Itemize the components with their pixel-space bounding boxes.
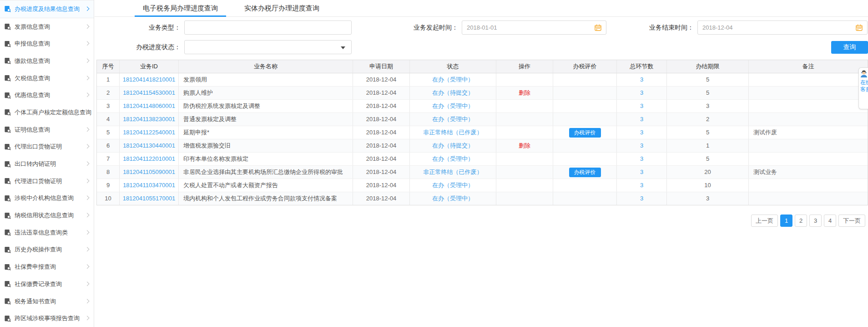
sidebar-item[interactable]: 税务通知书查询 (0, 293, 94, 310)
tab[interactable]: 电子税务局办理进度查询 (135, 0, 226, 17)
cell-action (496, 153, 553, 165)
chevron-right-icon (85, 161, 90, 166)
status-link[interactable]: 在办（受理中） (432, 195, 474, 202)
sidebar-item-label: 税务通知书查询 (15, 297, 56, 306)
nodes-link[interactable]: 3 (640, 89, 643, 96)
nodes-link[interactable]: 3 (640, 129, 643, 136)
status-link[interactable]: 非正常终结（已作废） (424, 129, 483, 136)
pagination-next[interactable]: 下一页 (838, 215, 865, 227)
business-id-link[interactable]: 1812041418210001 (123, 76, 176, 83)
progress-status-select[interactable] (184, 40, 352, 54)
status-link[interactable]: 在办（受理中） (432, 76, 474, 83)
table-row: 61812041130440001增值税发票验交旧2018-12-04在办（待提… (97, 139, 868, 153)
chevron-right-icon (85, 24, 90, 29)
table-row: 81812041105090001非居民企业选择由其主要机构场所汇总缴纳企业所得… (97, 166, 868, 179)
sidebar-item[interactable]: 出口转内销证明 (0, 155, 94, 173)
sidebar-item[interactable]: 证明信息查询 (0, 121, 94, 138)
sidebar-item[interactable]: 社保费申报查询 (0, 258, 94, 276)
status-link[interactable]: 在办（待提交） (432, 89, 474, 96)
start-time-label: 业务发起时间： (414, 24, 458, 32)
business-id-link[interactable]: 1812041154530001 (123, 89, 175, 96)
status-link[interactable]: 在办（受理中） (432, 102, 474, 109)
sidebar-item[interactable]: 历史办税操作查询 (0, 241, 94, 259)
business-id-link[interactable]: 1812041148060001 (123, 102, 175, 109)
cell-action: 删除 (496, 139, 553, 152)
sidebar-item[interactable]: 缴款信息查询 (0, 52, 94, 70)
cell-deadline: 5 (667, 126, 749, 139)
business-type-label: 业务类型： (95, 24, 181, 32)
delete-link[interactable]: 删除 (519, 142, 530, 149)
sidebar-item[interactable]: 涉税中介机构信息查询 (0, 190, 94, 207)
delete-link[interactable]: 删除 (519, 89, 530, 96)
evaluate-button[interactable]: 办税评价 (569, 168, 601, 177)
doc-search-icon (4, 212, 11, 219)
sidebar-item[interactable]: 优惠信息查询 (0, 87, 94, 104)
online-service-widget[interactable]: 在线 客服 (858, 67, 868, 109)
sidebar-item-label: 申报信息查询 (15, 40, 50, 48)
sidebar-item[interactable]: 申报信息查询 (0, 35, 94, 52)
tab-bar: 电子税务局办理进度查询实体办税厅办理进度查询 (95, 0, 868, 17)
tab[interactable]: 实体办税厅办理进度查询 (236, 0, 328, 17)
business-id-link[interactable]: 1812041122010001 (123, 155, 175, 162)
business-id-link[interactable]: 1812041122540001 (123, 129, 175, 136)
business-id-link[interactable]: 1812041103470001 (123, 182, 175, 189)
cell-evaluate (553, 113, 617, 126)
pagination-page[interactable]: 1 (780, 215, 792, 227)
cell-status: 在办（受理中） (410, 179, 496, 192)
nodes-link[interactable]: 3 (640, 195, 643, 202)
nodes-link[interactable]: 3 (640, 116, 643, 123)
nodes-link[interactable]: 3 (640, 155, 643, 162)
cell-status: 在办（受理中） (410, 153, 496, 165)
sidebar-item[interactable]: 违法违章信息查询类 (0, 224, 94, 241)
business-id-link[interactable]: 1812041105090001 (123, 169, 175, 175)
sidebar-item-label: 个体工商户核定定额信息查询 (15, 108, 91, 117)
column-header: 办结期限 (667, 60, 749, 73)
sidebar-item[interactable]: 代理进口货物证明 (0, 173, 94, 190)
nodes-link[interactable]: 3 (640, 182, 643, 189)
sidebar-item[interactable]: 纳税信用状态信息查询 (0, 207, 94, 224)
cell-remark: 测试作废 (749, 126, 868, 139)
sidebar-item[interactable]: 个体工商户核定定额信息查询 (0, 104, 94, 121)
query-button[interactable]: 查询 (831, 41, 868, 54)
status-link[interactable]: 在办（受理中） (432, 155, 474, 162)
cell-remark (749, 179, 868, 192)
cell-deadline: 5 (667, 73, 749, 86)
sidebar-item[interactable]: 发票信息查询 (0, 18, 94, 36)
service-avatar-icon (860, 70, 868, 79)
nodes-link[interactable]: 3 (640, 76, 643, 83)
sidebar-item[interactable]: 欠税信息查询 (0, 70, 94, 87)
calendar-icon[interactable] (856, 24, 863, 31)
column-header: 序号 (97, 60, 120, 73)
pagination-page[interactable]: 2 (795, 215, 807, 227)
cell-status: 在办（受理中） (410, 100, 496, 112)
status-link[interactable]: 在办（受理中） (432, 116, 474, 123)
sidebar-item[interactable]: 代理出口货物证明 (0, 138, 94, 156)
start-time-input[interactable]: 2018-01-01 (462, 20, 606, 35)
sidebar-item[interactable]: 跨区域涉税事项报告查询 (0, 310, 94, 327)
sidebar-item-label: 发票信息查询 (15, 23, 50, 31)
cell-action (496, 192, 553, 205)
status-link[interactable]: 在办（受理中） (432, 182, 474, 189)
business-type-input[interactable] (184, 20, 352, 35)
cell-date: 2018-12-04 (353, 179, 410, 192)
business-id-link[interactable]: 1812041055170001 (123, 195, 176, 202)
business-id-link[interactable]: 1812041130440001 (123, 142, 175, 149)
pagination-page[interactable]: 3 (809, 215, 822, 227)
chevron-right-icon (85, 127, 90, 132)
cell-date: 2018-12-04 (353, 139, 410, 152)
calendar-icon[interactable] (595, 24, 601, 31)
sidebar-item[interactable]: 社保缴费记录查询 (0, 276, 94, 293)
sidebar-item[interactable]: 办税进度及结果信息查询 (0, 0, 94, 18)
nodes-link[interactable]: 3 (640, 102, 643, 109)
status-link[interactable]: 在办（待提交） (432, 142, 474, 149)
table-row: 71812041122010001印有本单位名称发票核定2018-12-04在办… (97, 153, 868, 166)
evaluate-button[interactable]: 办税评价 (569, 128, 601, 138)
pagination-page[interactable]: 4 (824, 215, 836, 227)
nodes-link[interactable]: 3 (640, 142, 643, 149)
end-time-input[interactable]: 2018-12-04 (697, 20, 868, 35)
pagination-prev[interactable]: 上一页 (751, 215, 778, 227)
doc-search-icon (4, 160, 11, 168)
business-id-link[interactable]: 1812041138230001 (123, 116, 175, 123)
status-link[interactable]: 非正常终结（已作废） (424, 169, 483, 175)
nodes-link[interactable]: 3 (640, 169, 643, 175)
